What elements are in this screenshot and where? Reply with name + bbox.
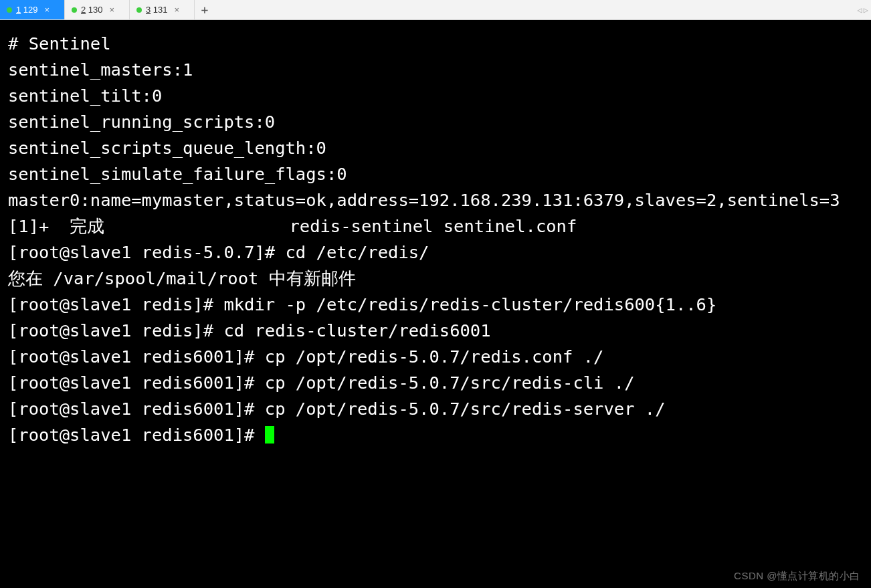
terminal-line: [1]+ 完成 redis-sentinel sentinel.conf xyxy=(8,216,577,236)
terminal-line: [root@slave1 redis6001]# cp /opt/redis-5… xyxy=(8,399,666,419)
tab-label: 131 xyxy=(153,5,168,15)
tab-label: 129 xyxy=(23,5,38,15)
tab-bar: 1 129 × 2 130 × 3 131 × + ◁ ▷ xyxy=(0,0,871,20)
tab-label: 130 xyxy=(88,5,103,15)
tab-index: 3 xyxy=(146,5,151,15)
terminal-line: sentinel_simulate_failure_flags:0 xyxy=(8,164,347,184)
terminal-line: sentinel_scripts_queue_length:0 xyxy=(8,138,326,158)
terminal-line: sentinel_masters:1 xyxy=(8,60,193,80)
close-icon[interactable]: × xyxy=(110,5,115,15)
tab-2[interactable]: 2 130 × xyxy=(65,0,130,19)
tab-index: 2 xyxy=(81,5,86,15)
terminal-line: [root@slave1 redis6001]# cp /opt/redis-5… xyxy=(8,373,635,393)
status-dot-icon xyxy=(72,7,77,13)
terminal-line: sentinel_tilt:0 xyxy=(8,86,162,106)
tab-1[interactable]: 1 129 × xyxy=(0,0,65,19)
nav-left-icon[interactable]: ◁ xyxy=(858,5,862,15)
terminal-line: sentinel_running_scripts:0 xyxy=(8,112,275,132)
terminal-line: [root@slave1 redis]# cd redis-cluster/re… xyxy=(8,320,491,340)
new-tab-button[interactable]: + xyxy=(195,0,215,19)
terminal-line: 您在 /var/spool/mail/root 中有新邮件 xyxy=(8,268,356,288)
cursor-icon xyxy=(265,426,274,444)
status-dot-icon xyxy=(7,7,12,13)
status-dot-icon xyxy=(136,7,142,13)
terminal-line: # Sentinel xyxy=(8,33,111,54)
tab-index: 1 xyxy=(16,5,21,15)
terminal-line: [root@slave1 redis6001]# cp /opt/redis-5… xyxy=(8,347,603,367)
terminal-line: [root@slave1 redis]# mkdir -p /etc/redis… xyxy=(8,294,716,314)
terminal-line: master0:name=mymaster,status=ok,address=… xyxy=(8,190,840,210)
close-icon[interactable]: × xyxy=(175,5,180,15)
terminal-prompt: [root@slave1 redis6001]# xyxy=(8,425,265,445)
watermark: CSDN @懂点计算机的小白 xyxy=(734,570,860,583)
terminal-line: [root@slave1 redis-5.0.7]# cd /etc/redis… xyxy=(8,242,429,262)
terminal-output[interactable]: # Sentinel sentinel_masters:1 sentinel_t… xyxy=(0,20,871,588)
nav-right-icon[interactable]: ▷ xyxy=(864,5,868,15)
close-icon[interactable]: × xyxy=(45,5,50,15)
tab-nav: ◁ ▷ xyxy=(858,0,868,19)
tab-3[interactable]: 3 131 × xyxy=(130,0,195,19)
